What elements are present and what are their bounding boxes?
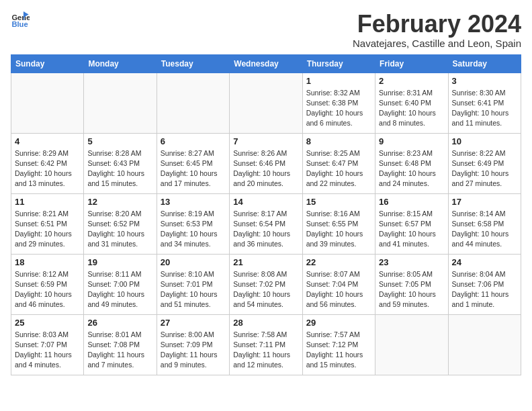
day-info: Sunrise: 8:32 AM Sunset: 6:38 PM Dayligh…: [306, 88, 371, 129]
day-number: 25: [15, 318, 80, 328]
day-number: 11: [15, 197, 80, 207]
calendar-day-cell: 24Sunrise: 8:04 AM Sunset: 7:06 PM Dayli…: [448, 254, 521, 314]
calendar-day-cell: 22Sunrise: 8:07 AM Sunset: 7:04 PM Dayli…: [302, 254, 375, 314]
day-of-week-header: Wednesday: [230, 54, 302, 73]
logo-icon: General Blue: [11, 11, 30, 30]
calendar-day-cell: 19Sunrise: 8:11 AM Sunset: 7:00 PM Dayli…: [84, 254, 157, 314]
calendar-day-cell: 12Sunrise: 8:20 AM Sunset: 6:52 PM Dayli…: [84, 193, 157, 254]
day-number: 13: [161, 197, 226, 207]
calendar-day-cell: 8Sunrise: 8:25 AM Sunset: 6:47 PM Daylig…: [302, 133, 375, 193]
day-number: 24: [452, 257, 517, 267]
day-number: 1: [306, 76, 371, 86]
day-of-week-header: Sunday: [11, 54, 84, 73]
day-number: 4: [15, 136, 80, 146]
day-info: Sunrise: 8:25 AM Sunset: 6:47 PM Dayligh…: [306, 148, 371, 189]
day-number: 22: [306, 257, 371, 267]
calendar-day-cell: 1Sunrise: 8:32 AM Sunset: 6:38 PM Daylig…: [302, 73, 375, 133]
calendar-week-row: 25Sunrise: 8:03 AM Sunset: 7:07 PM Dayli…: [11, 314, 521, 375]
day-of-week-header: Monday: [84, 54, 157, 73]
calendar-day-cell: 21Sunrise: 8:08 AM Sunset: 7:02 PM Dayli…: [230, 254, 302, 314]
day-info: Sunrise: 8:03 AM Sunset: 7:07 PM Dayligh…: [15, 330, 80, 371]
day-number: 19: [87, 257, 152, 267]
svg-text:Blue: Blue: [11, 20, 28, 28]
day-info: Sunrise: 7:58 AM Sunset: 7:11 PM Dayligh…: [233, 330, 298, 371]
day-info: Sunrise: 8:17 AM Sunset: 6:54 PM Dayligh…: [233, 209, 298, 250]
day-info: Sunrise: 8:11 AM Sunset: 7:00 PM Dayligh…: [87, 269, 152, 310]
calendar-day-cell: 9Sunrise: 8:23 AM Sunset: 6:48 PM Daylig…: [375, 133, 448, 193]
day-of-week-header: Saturday: [448, 54, 521, 73]
calendar-day-cell: [84, 73, 157, 133]
calendar-day-cell: 7Sunrise: 8:26 AM Sunset: 6:46 PM Daylig…: [230, 133, 302, 193]
calendar-table: SundayMondayTuesdayWednesdayThursdayFrid…: [11, 54, 521, 375]
day-number: 3: [452, 76, 517, 86]
day-info: Sunrise: 8:01 AM Sunset: 7:08 PM Dayligh…: [87, 330, 152, 371]
calendar-day-cell: [157, 73, 229, 133]
day-info: Sunrise: 8:05 AM Sunset: 7:05 PM Dayligh…: [379, 269, 444, 310]
page-header: General Blue February 2024 Navatejares, …: [11, 11, 521, 49]
day-number: 29: [306, 318, 371, 328]
day-number: 12: [87, 197, 152, 207]
calendar-day-cell: 14Sunrise: 8:17 AM Sunset: 6:54 PM Dayli…: [230, 193, 302, 254]
day-number: 27: [161, 318, 226, 328]
day-info: Sunrise: 8:21 AM Sunset: 6:51 PM Dayligh…: [15, 209, 80, 250]
page-subtitle: Navatejares, Castille and Leon, Spain: [353, 38, 521, 49]
calendar-day-cell: [230, 73, 302, 133]
day-number: 20: [161, 257, 226, 267]
day-info: Sunrise: 8:07 AM Sunset: 7:04 PM Dayligh…: [306, 269, 371, 310]
day-info: Sunrise: 8:08 AM Sunset: 7:02 PM Dayligh…: [233, 269, 298, 310]
day-info: Sunrise: 8:30 AM Sunset: 6:41 PM Dayligh…: [452, 88, 517, 129]
logo: General Blue: [11, 11, 30, 30]
day-number: 14: [233, 197, 298, 207]
calendar-day-cell: 18Sunrise: 8:12 AM Sunset: 6:59 PM Dayli…: [11, 254, 84, 314]
calendar-week-row: 11Sunrise: 8:21 AM Sunset: 6:51 PM Dayli…: [11, 193, 521, 254]
day-of-week-header: Friday: [375, 54, 448, 73]
calendar-day-cell: 13Sunrise: 8:19 AM Sunset: 6:53 PM Dayli…: [157, 193, 229, 254]
day-info: Sunrise: 8:12 AM Sunset: 6:59 PM Dayligh…: [15, 269, 80, 310]
calendar-day-cell: 29Sunrise: 7:57 AM Sunset: 7:12 PM Dayli…: [302, 314, 375, 375]
day-number: 10: [452, 136, 517, 146]
day-number: 5: [87, 136, 152, 146]
day-number: 17: [452, 197, 517, 207]
calendar-day-cell: 20Sunrise: 8:10 AM Sunset: 7:01 PM Dayli…: [157, 254, 229, 314]
day-number: 18: [15, 257, 80, 267]
day-number: 28: [233, 318, 298, 328]
day-info: Sunrise: 8:15 AM Sunset: 6:57 PM Dayligh…: [379, 209, 444, 250]
day-info: Sunrise: 8:04 AM Sunset: 7:06 PM Dayligh…: [452, 269, 517, 310]
calendar-day-cell: 26Sunrise: 8:01 AM Sunset: 7:08 PM Dayli…: [84, 314, 157, 375]
calendar-day-cell: [11, 73, 84, 133]
calendar-week-row: 4Sunrise: 8:29 AM Sunset: 6:42 PM Daylig…: [11, 133, 521, 193]
calendar-day-cell: 10Sunrise: 8:22 AM Sunset: 6:49 PM Dayli…: [448, 133, 521, 193]
calendar-day-cell: 5Sunrise: 8:28 AM Sunset: 6:43 PM Daylig…: [84, 133, 157, 193]
day-info: Sunrise: 8:14 AM Sunset: 6:58 PM Dayligh…: [452, 209, 517, 250]
day-number: 8: [306, 136, 371, 146]
calendar-day-cell: 27Sunrise: 8:00 AM Sunset: 7:09 PM Dayli…: [157, 314, 229, 375]
day-number: 6: [161, 136, 226, 146]
day-number: 2: [379, 76, 444, 86]
calendar-day-cell: 23Sunrise: 8:05 AM Sunset: 7:05 PM Dayli…: [375, 254, 448, 314]
calendar-day-cell: 3Sunrise: 8:30 AM Sunset: 6:41 PM Daylig…: [448, 73, 521, 133]
calendar-day-cell: 28Sunrise: 7:58 AM Sunset: 7:11 PM Dayli…: [230, 314, 302, 375]
page-title: February 2024: [353, 11, 521, 38]
calendar-day-cell: 15Sunrise: 8:16 AM Sunset: 6:55 PM Dayli…: [302, 193, 375, 254]
calendar-day-cell: [448, 314, 521, 375]
calendar-week-row: 18Sunrise: 8:12 AM Sunset: 6:59 PM Dayli…: [11, 254, 521, 314]
day-info: Sunrise: 8:00 AM Sunset: 7:09 PM Dayligh…: [161, 330, 226, 371]
day-number: 21: [233, 257, 298, 267]
calendar-week-row: 1Sunrise: 8:32 AM Sunset: 6:38 PM Daylig…: [11, 73, 521, 133]
calendar-day-cell: 6Sunrise: 8:27 AM Sunset: 6:45 PM Daylig…: [157, 133, 229, 193]
day-number: 16: [379, 197, 444, 207]
calendar-day-cell: 11Sunrise: 8:21 AM Sunset: 6:51 PM Dayli…: [11, 193, 84, 254]
day-number: 23: [379, 257, 444, 267]
day-info: Sunrise: 8:10 AM Sunset: 7:01 PM Dayligh…: [161, 269, 226, 310]
day-info: Sunrise: 8:20 AM Sunset: 6:52 PM Dayligh…: [87, 209, 152, 250]
day-number: 9: [379, 136, 444, 146]
day-info: Sunrise: 8:22 AM Sunset: 6:49 PM Dayligh…: [452, 148, 517, 189]
day-of-week-header: Thursday: [302, 54, 375, 73]
day-number: 26: [87, 318, 152, 328]
day-info: Sunrise: 8:28 AM Sunset: 6:43 PM Dayligh…: [87, 148, 152, 189]
day-info: Sunrise: 8:19 AM Sunset: 6:53 PM Dayligh…: [161, 209, 226, 250]
calendar-header-row: SundayMondayTuesdayWednesdayThursdayFrid…: [11, 54, 521, 73]
day-info: Sunrise: 8:16 AM Sunset: 6:55 PM Dayligh…: [306, 209, 371, 250]
calendar-day-cell: 17Sunrise: 8:14 AM Sunset: 6:58 PM Dayli…: [448, 193, 521, 254]
day-info: Sunrise: 8:23 AM Sunset: 6:48 PM Dayligh…: [379, 148, 444, 189]
